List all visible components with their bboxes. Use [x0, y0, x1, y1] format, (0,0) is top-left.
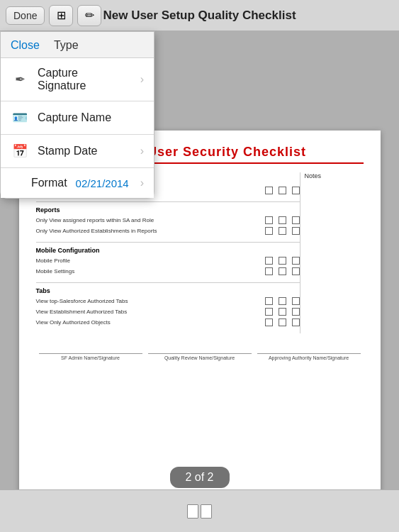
checkbox[interactable] — [265, 267, 273, 275]
item-label: Only View Authorized Establishments in R… — [36, 228, 265, 234]
item-checks — [265, 216, 300, 224]
item-checks — [265, 318, 300, 326]
chevron-right-icon-3: › — [140, 177, 144, 189]
item-row: Only View Authorized Establishments in R… — [36, 226, 300, 236]
item-checks — [265, 257, 300, 265]
item-row: Mobile Settings — [36, 266, 300, 277]
grid-icon: ⊞ — [57, 9, 66, 22]
divider — [36, 282, 300, 283]
name-icon: 🪪 — [11, 110, 29, 126]
item-label: Only View assigned reports within SA and… — [36, 217, 265, 223]
section-tabs-title: Tabs — [36, 287, 300, 294]
chevron-right-icon-2: › — [140, 145, 144, 157]
edit-button[interactable]: ✏ — [77, 5, 101, 26]
pencil-icon: ✏ — [85, 9, 94, 22]
signature-approving-authority: Approving Authority Name/Signature — [257, 353, 361, 360]
signature-sf-admin: SF Admin Name/Signature — [39, 353, 142, 360]
item-label: View Establishment Authorized Tabs — [36, 309, 265, 315]
page-thumb-1 — [187, 504, 198, 519]
checkbox[interactable] — [292, 227, 300, 235]
checkbox[interactable] — [292, 267, 300, 275]
section-tabs: Tabs View top-Salesforce Authorized Tabs… — [36, 287, 300, 328]
divider — [36, 201, 300, 202]
checkbox[interactable] — [292, 318, 300, 326]
pages-icon-inner — [187, 504, 212, 519]
item-checks — [265, 297, 300, 305]
item-label: Mobile Profile — [36, 257, 265, 264]
item-checks — [265, 308, 300, 316]
checkbox[interactable] — [279, 216, 286, 224]
checkbox[interactable] — [279, 318, 286, 326]
checkbox[interactable] — [292, 297, 300, 305]
page-title: New User Setup Quality Checklist — [103, 9, 296, 23]
notes-column: Notes — [300, 172, 364, 333]
checkbox[interactable] — [292, 308, 300, 316]
dropdown-menu: Close Type ✒ Capture Signature › 🪪 Captu… — [0, 31, 154, 199]
notes-label: Notes — [305, 172, 364, 179]
checkbox[interactable] — [265, 318, 273, 326]
checkbox[interactable] — [279, 257, 286, 265]
divider — [36, 242, 300, 243]
checkbox[interactable] — [292, 257, 300, 265]
pages-thumbnail-button[interactable] — [187, 504, 212, 519]
checkbox[interactable] — [265, 257, 273, 265]
item-row: View top-Salesforce Authorized Tabs — [36, 296, 300, 306]
checkbox[interactable] — [279, 297, 286, 305]
checkbox[interactable] — [265, 216, 273, 224]
top-bar: Done ⊞ ✏ New User Setup Quality Checklis… — [0, 0, 399, 31]
format-value: 02/21/2014 — [76, 177, 129, 189]
checkbox[interactable] — [265, 227, 273, 235]
item-checks — [265, 267, 300, 275]
checkbox[interactable] — [279, 308, 286, 316]
section-mobile: Mobile Configuration Mobile Profile Mobi… — [36, 247, 300, 277]
stamp-date-label: Stamp Date — [38, 145, 129, 157]
page-thumb-2 — [201, 504, 212, 519]
bottom-bar — [0, 489, 399, 532]
checkbox[interactable] — [292, 187, 300, 194]
checkbox[interactable] — [265, 297, 273, 305]
checkbox[interactable] — [265, 187, 273, 194]
item-label: View Only Authorized Objects — [36, 319, 265, 326]
page-indicator: 2 of 2 — [169, 467, 229, 488]
item-checks — [265, 227, 300, 235]
item-row: Mobile Profile — [36, 255, 300, 266]
dropdown-item-format[interactable]: Format 02/21/2014 › — [1, 168, 154, 198]
item-checks — [265, 187, 300, 194]
section-reports-title: Reports — [36, 206, 300, 214]
format-label: Format — [31, 177, 67, 189]
top-bar-left-actions: Done ⊞ ✏ — [6, 5, 101, 26]
done-button[interactable]: Done — [6, 6, 45, 25]
dropdown-type-label: Type — [54, 39, 79, 52]
capture-name-label: Capture Name — [38, 111, 144, 124]
item-row: Only View assigned reports within SA and… — [36, 215, 300, 226]
dropdown-close[interactable]: Close — [11, 39, 40, 52]
checkbox[interactable] — [279, 227, 286, 235]
section-reports: Reports Only View assigned reports withi… — [36, 206, 300, 236]
calendar-icon: 📅 — [11, 143, 29, 159]
checkbox[interactable] — [265, 308, 273, 316]
item-label: View top-Salesforce Authorized Tabs — [36, 298, 265, 304]
chevron-right-icon: › — [140, 73, 144, 86]
item-row: View Only Authorized Objects — [36, 317, 300, 328]
signature-quality-review: Quality Review Name/Signature — [148, 353, 252, 360]
checkbox[interactable] — [279, 187, 286, 194]
checkbox[interactable] — [279, 267, 286, 275]
item-label: Mobile Settings — [36, 268, 265, 275]
dropdown-header: Close Type — [1, 32, 154, 58]
dropdown-item-stamp-date[interactable]: 📅 Stamp Date › — [1, 135, 154, 168]
signature-icon: ✒ — [11, 72, 29, 87]
section-mobile-title: Mobile Configuration — [36, 247, 300, 254]
dropdown-item-capture-name[interactable]: 🪪 Capture Name — [1, 101, 154, 135]
grid-view-button[interactable]: ⊞ — [49, 5, 73, 26]
capture-signature-label: Capture Signature — [38, 67, 129, 92]
checkbox[interactable] — [292, 216, 300, 224]
item-row: View Establishment Authorized Tabs — [36, 306, 300, 317]
dropdown-item-capture-signature[interactable]: ✒ Capture Signature › — [1, 58, 154, 101]
signatures-section: SF Admin Name/Signature Quality Review N… — [36, 348, 364, 360]
